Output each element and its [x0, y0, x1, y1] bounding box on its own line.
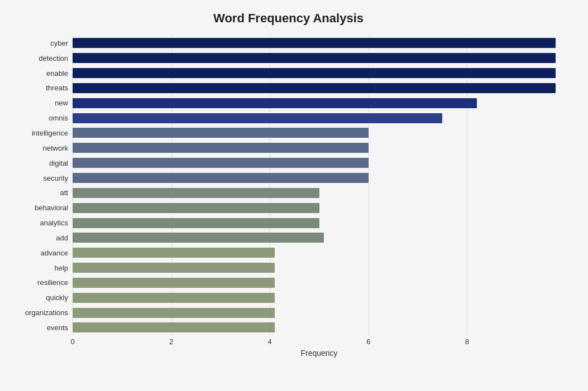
bar-row	[73, 97, 566, 109]
grid-line	[369, 36, 369, 335]
x-tick: 8	[465, 337, 469, 346]
y-label: intelligence	[32, 129, 68, 137]
bar-row	[73, 187, 566, 199]
bar	[73, 53, 556, 63]
chart-body: cyberdetectionenablethreatsnewomnisintel…	[11, 36, 566, 335]
bars-area	[73, 36, 566, 335]
grid-line	[270, 36, 270, 335]
bar	[73, 128, 369, 138]
bar-row	[73, 307, 566, 319]
bar	[73, 113, 442, 123]
bar	[73, 233, 324, 243]
bar	[73, 293, 275, 303]
bar-row	[73, 277, 566, 289]
y-label: network	[42, 144, 68, 152]
bar-row	[73, 172, 566, 184]
y-label: omnis	[49, 114, 68, 122]
bar-row	[73, 231, 566, 244]
bar	[73, 322, 275, 332]
y-label: digital	[49, 160, 68, 167]
y-label: att	[60, 189, 68, 196]
bar	[73, 143, 369, 153]
bar	[73, 278, 275, 288]
chart-container: Word Frequency Analysis cyberdetectionen…	[0, 0, 588, 391]
bar-row	[73, 292, 566, 304]
bar	[73, 203, 319, 213]
bar	[73, 38, 556, 48]
bar	[73, 68, 556, 78]
y-label: quickly	[46, 294, 68, 301]
y-label: resilience	[37, 279, 68, 286]
y-label: new	[55, 99, 68, 107]
bar	[73, 98, 477, 108]
bar-row	[73, 157, 566, 169]
bar-row	[73, 247, 566, 259]
bar	[73, 158, 369, 168]
x-tick: 0	[70, 337, 74, 346]
bar-row	[73, 217, 566, 229]
y-label: organizations	[25, 309, 68, 316]
bar	[73, 218, 319, 228]
grid-line	[171, 36, 172, 335]
bar-row	[73, 202, 566, 214]
bar-row	[73, 321, 566, 334]
y-label: security	[43, 175, 68, 182]
x-axis: 02468 Frequency	[73, 335, 566, 358]
bar-row	[73, 37, 566, 49]
bar-row	[73, 142, 566, 154]
y-label: events	[47, 324, 68, 331]
x-axis-label: Frequency	[73, 349, 566, 358]
x-tick: 4	[268, 337, 272, 346]
bar-row	[73, 112, 566, 124]
bar-row	[73, 82, 566, 94]
bar	[73, 308, 275, 318]
bar-row	[73, 262, 566, 274]
grid-line	[73, 36, 73, 335]
y-axis: cyberdetectionenablethreatsnewomnisintel…	[11, 36, 73, 335]
chart-title: Word Frequency Analysis	[11, 11, 566, 26]
bar	[73, 248, 275, 258]
y-label: detection	[39, 55, 68, 62]
y-label: threats	[46, 84, 68, 91]
bar-row	[73, 67, 566, 79]
y-label: add	[56, 234, 68, 242]
bar-row	[73, 127, 566, 139]
bar	[73, 83, 556, 93]
y-label: help	[54, 264, 68, 272]
y-label: enable	[46, 70, 68, 77]
x-tick: 2	[169, 337, 173, 346]
y-label: analytics	[40, 219, 68, 226]
bar	[73, 263, 275, 273]
x-tick: 6	[366, 337, 370, 346]
bar	[73, 188, 319, 198]
y-label: behavioral	[35, 204, 68, 211]
bar	[73, 173, 369, 183]
bar-row	[73, 52, 566, 64]
grid-line	[467, 36, 467, 335]
y-label: advance	[41, 249, 68, 257]
y-label: cyber	[50, 40, 68, 47]
